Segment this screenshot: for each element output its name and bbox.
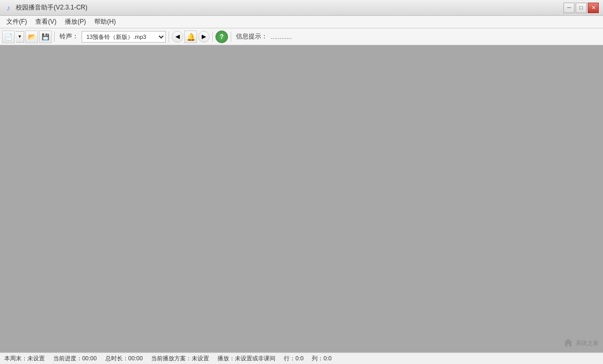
minimize-button[interactable]: ─ [564,3,575,13]
open-button[interactable]: 📂 [25,31,38,43]
status-bar: 本周末：未设置 当前进度：00:00 总时长：00:00 当前播放方案：未设置 … [0,352,603,364]
status-scheme: 当前播放方案：未设置 [151,355,209,362]
title-bar-left: ♪ 校园播音助手(V2.3.1-CR) [4,3,87,12]
menu-file[interactable]: 文件(F) [2,16,31,28]
separator-2 [169,32,169,42]
menu-help[interactable]: 帮助(H) [90,16,120,28]
maximize-button[interactable]: □ [576,3,587,13]
bell-ring-icon: 🔔 [186,33,195,41]
app-icon: ♪ [4,4,13,12]
ringtone-select[interactable]: 13预备铃（新版）.mp3 [82,31,166,43]
prev-icon: ◀ [175,33,180,40]
prev-button[interactable]: ◀ [172,31,183,43]
status-total-time: 总时长：00:00 [105,355,143,362]
info-icon: ? [220,33,223,41]
bell-button[interactable]: 🔔 [184,31,197,43]
close-button[interactable]: ✕ [588,3,599,13]
title-text: 校园播音助手(V2.3.1-CR) [16,3,87,12]
play-icon: ▶ [202,33,206,40]
menu-play[interactable]: 播放(P) [61,16,90,28]
status-left: 本周末：未设置 当前进度：00:00 总时长：00:00 当前播放方案：未设置 … [4,355,332,362]
save-button[interactable]: 💾 [39,31,52,43]
menu-bar: 文件(F) 查看(V) 播放(P) 帮助(H) [0,16,603,28]
watermark-text: 系统之家 [576,339,599,347]
info-value: ............ [271,33,292,41]
save-icon: 💾 [42,33,50,41]
separator-1 [54,32,55,42]
menu-view[interactable]: 查看(V) [31,16,61,28]
status-row: 行：0:0 [284,355,303,362]
title-bar: ♪ 校园播音助手(V2.3.1-CR) ─ □ ✕ [0,0,603,16]
info-button[interactable]: ? [215,31,228,43]
folder-icon: 📂 [28,33,36,41]
separator-4 [231,32,231,42]
new-dropdown-arrow[interactable]: ▼ [16,31,24,43]
info-label: 信息提示： [234,32,270,41]
watermark: 系统之家 [563,338,599,348]
play-button[interactable]: ▶ [198,31,210,43]
status-play: 播放：未设置或非课间 [218,355,275,362]
status-week: 本周末：未设置 [4,355,45,362]
status-col: 列：0:0 [312,355,331,362]
status-progress: 当前进度：00:00 [53,355,97,362]
new-button[interactable]: 📄 [2,31,15,43]
bell-label: 铃声： [57,32,81,41]
main-content: 系统之家 [0,45,603,352]
new-icon: 📄 [5,33,13,41]
house-icon [563,338,574,348]
separator-3 [212,32,213,42]
toolbar: 📄 ▼ 📂 💾 铃声： 13预备铃（新版）.mp3 ◀ 🔔 ▶ ? 信息提示： … [0,28,603,45]
window-controls: ─ □ ✕ [564,3,599,13]
